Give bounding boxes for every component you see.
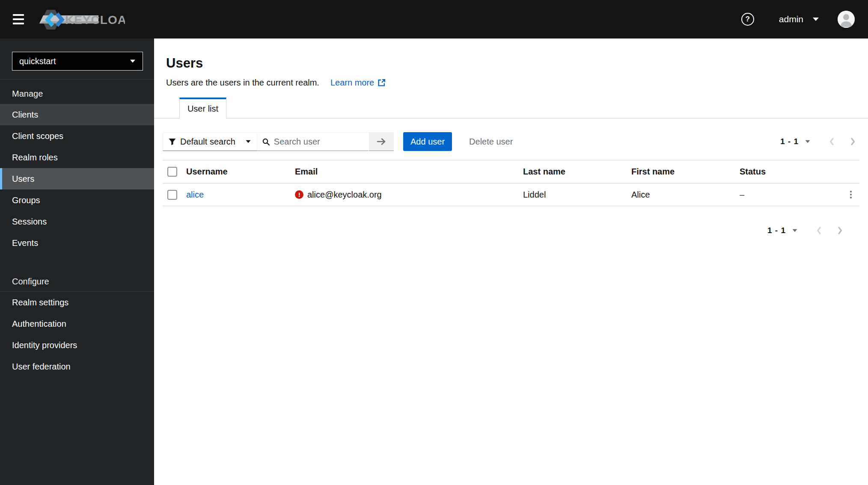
realm-selector-value: quickstart <box>19 56 56 66</box>
sidebar-item-events[interactable]: Events <box>0 232 154 254</box>
person-icon <box>838 11 855 28</box>
table-header-row: Username Email Last name First name Stat… <box>163 160 859 183</box>
sidebar-item-label: Users <box>12 174 34 184</box>
tab-user-list[interactable]: User list <box>179 98 226 118</box>
column-header-last-name: Last name <box>523 167 631 177</box>
help-icon[interactable]: ? <box>741 13 754 26</box>
keycloak-admin-console: KEYCLOAK ? admin quickstart <box>0 0 868 485</box>
row-checkbox-cell <box>163 190 186 200</box>
page-subtitle-row: Users are the users in the current realm… <box>166 77 868 88</box>
last-name-cell: Liddel <box>523 190 631 200</box>
row-checkbox[interactable] <box>167 190 177 200</box>
nav-section-manage: Manage <box>12 88 154 99</box>
tab-label: User list <box>187 104 218 114</box>
tabstrip-divider <box>154 118 868 118</box>
nav-toggle-button[interactable] <box>13 14 24 24</box>
sidebar-item-label: Identity providers <box>12 340 77 350</box>
page-header: Users Users are the users in the current… <box>154 38 868 88</box>
sidebar-item-authentication[interactable]: Authentication <box>0 313 154 334</box>
previous-page-button[interactable] <box>816 226 822 235</box>
column-header-status: Status <box>740 167 842 177</box>
user-dropdown-label: admin <box>779 14 803 24</box>
row-actions-cell <box>842 188 859 201</box>
search-submit-button[interactable] <box>369 132 394 151</box>
keycloak-logo[interactable]: KEYCLOAK <box>39 8 125 30</box>
kebab-dot <box>850 191 852 192</box>
toolbar: Default search Add user Delete user 1 - … <box>154 132 868 151</box>
learn-more-label: Learn more <box>330 77 374 88</box>
masthead: KEYCLOAK ? admin <box>0 0 868 38</box>
select-all-checkbox[interactable] <box>167 167 177 177</box>
column-header-email: Email <box>295 167 523 177</box>
username-cell: alice <box>186 190 295 200</box>
chevron-left-icon <box>816 226 822 235</box>
burger-bar <box>13 14 24 16</box>
status-cell: – <box>740 190 842 200</box>
brand-wordmark: KEYCLOAK <box>65 13 125 27</box>
nav-list-configure: Realm settings Authentication Identity p… <box>0 292 154 377</box>
chevron-down-icon <box>792 229 797 232</box>
learn-more-link[interactable]: Learn more <box>330 77 386 88</box>
pagination-menu-toggle[interactable] <box>805 140 811 143</box>
chevron-down-icon <box>805 140 810 143</box>
masthead-actions: ? admin <box>741 11 868 28</box>
search-type-dropdown[interactable]: Default search <box>163 132 257 151</box>
chevron-left-icon <box>829 137 835 146</box>
sidebar-item-label: Authentication <box>12 319 66 329</box>
sidebar-item-label: Events <box>12 238 38 248</box>
sidebar-item-user-federation[interactable]: User federation <box>0 356 154 377</box>
kebab-menu-button[interactable] <box>847 188 854 201</box>
pagination-menu-toggle[interactable] <box>792 229 798 232</box>
search-box <box>257 132 369 151</box>
add-user-button[interactable]: Add user <box>403 132 452 151</box>
sidebar-item-clients[interactable]: Clients <box>0 104 154 125</box>
next-page-button[interactable] <box>850 137 856 146</box>
page-subtitle: Users are the users in the current realm… <box>166 77 319 88</box>
sidebar-item-label: Sessions <box>12 217 47 227</box>
sidebar-item-identity-providers[interactable]: Identity providers <box>0 334 154 356</box>
sidebar-item-groups[interactable]: Groups <box>0 189 154 211</box>
email-value: alice@keycloak.org <box>307 190 382 200</box>
sidebar-divider <box>0 79 154 80</box>
pagination-top: 1 - 1 <box>780 137 856 146</box>
arrow-right-icon <box>377 138 386 145</box>
table-row: alice alice@keycloak.org Liddel Alice – <box>163 183 859 206</box>
user-dropdown[interactable]: admin <box>779 14 819 24</box>
chevron-down-icon <box>813 18 819 21</box>
nav-list-manage: Clients Client scopes Realm roles Users … <box>0 104 154 254</box>
previous-page-button[interactable] <box>829 137 835 146</box>
username-link[interactable]: alice <box>186 190 204 199</box>
avatar[interactable] <box>838 11 855 28</box>
search-icon <box>262 138 270 146</box>
sidebar-item-realm-settings[interactable]: Realm settings <box>0 292 154 313</box>
users-table: Username Email Last name First name Stat… <box>163 160 859 206</box>
email-warning-icon <box>295 190 303 199</box>
sidebar: quickstart Manage Clients Client scopes … <box>0 38 154 485</box>
external-link-icon <box>378 79 386 87</box>
realm-selector[interactable]: quickstart <box>12 52 143 71</box>
chevron-down-icon <box>130 60 135 63</box>
first-name-cell: Alice <box>631 190 740 200</box>
next-page-button[interactable] <box>837 226 843 235</box>
sidebar-item-realm-roles[interactable]: Realm roles <box>0 147 154 168</box>
sidebar-item-label: Realm settings <box>12 298 68 308</box>
search-input[interactable] <box>274 137 363 147</box>
chevron-right-icon <box>850 137 856 146</box>
kebab-dot <box>850 194 852 195</box>
sidebar-item-sessions[interactable]: Sessions <box>0 211 154 232</box>
sidebar-item-client-scopes[interactable]: Client scopes <box>0 125 154 147</box>
burger-bar <box>13 23 24 24</box>
sidebar-item-label: Clients <box>12 110 38 120</box>
page-title: Users <box>166 55 868 72</box>
keycloak-logo-graphic: KEYCLOAK <box>39 8 125 30</box>
sidebar-item-label: Client scopes <box>12 131 63 141</box>
column-header-username: Username <box>186 167 295 177</box>
sidebar-item-label: Realm roles <box>12 153 58 163</box>
delete-user-button[interactable]: Delete user <box>469 137 513 147</box>
kebab-dot <box>850 197 852 198</box>
sidebar-item-users[interactable]: Users <box>0 168 154 189</box>
sidebar-item-label: User federation <box>12 362 71 372</box>
burger-bar <box>13 18 24 20</box>
column-header-first-name: First name <box>631 167 740 177</box>
pagination-bottom: 1 - 1 <box>154 226 868 235</box>
